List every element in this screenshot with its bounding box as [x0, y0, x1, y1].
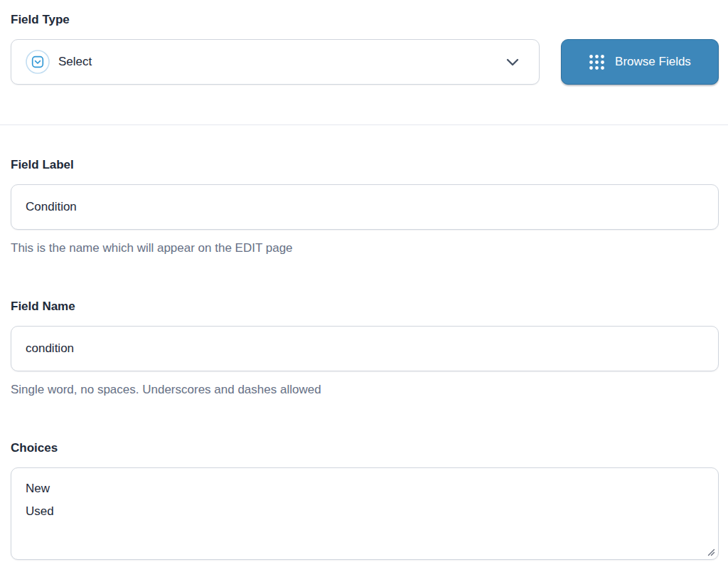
choices-textarea-wrap: New Used — [11, 467, 719, 560]
field-label-input[interactable] — [11, 184, 719, 230]
choices-label: Choices — [11, 440, 719, 456]
field-type-row: Select — [11, 39, 719, 85]
field-label-help: This is the name which will appear on th… — [11, 240, 719, 256]
field-label-label: Field Label — [11, 157, 719, 173]
browse-fields-label: Browse Fields — [615, 55, 691, 69]
resize-handle-icon[interactable] — [707, 548, 715, 556]
select-field-type-icon — [26, 50, 50, 74]
field-name-input[interactable] — [11, 326, 719, 371]
field-name-help: Single word, no spaces. Underscores and … — [11, 382, 719, 398]
field-settings-panel: Field Type Select — [0, 0, 728, 572]
choices-section: Choices New Used — [11, 440, 719, 560]
section-divider — [0, 125, 728, 125]
field-type-label: Field Type — [11, 12, 719, 28]
chevron-down-icon — [504, 53, 521, 70]
choices-textarea[interactable]: New Used — [11, 467, 719, 560]
field-type-selected-value: Select — [58, 55, 92, 69]
field-name-section: Field Name Single word, no spaces. Under… — [11, 299, 719, 398]
field-type-section: Field Type Select — [11, 12, 719, 85]
browse-fields-button[interactable]: Browse Fields — [561, 39, 719, 85]
field-label-section: Field Label This is the name which will … — [11, 157, 719, 256]
grid-dots-icon — [589, 54, 605, 70]
field-type-select[interactable]: Select — [11, 39, 540, 85]
field-name-label: Field Name — [11, 299, 719, 314]
